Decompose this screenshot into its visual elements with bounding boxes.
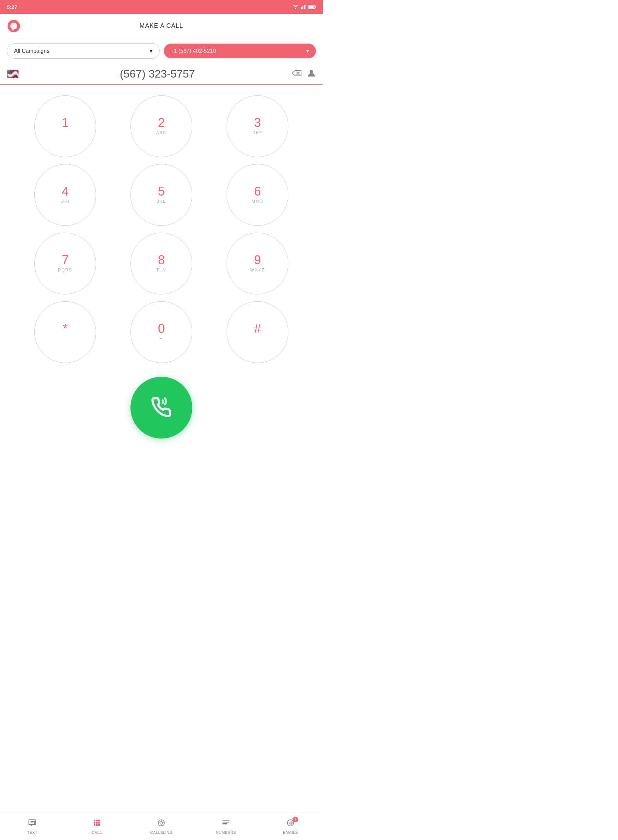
battery-icon [308, 5, 316, 9]
status-time: 5:27 [7, 4, 17, 10]
call-button[interactable] [131, 377, 192, 439]
key-letters-8: TUV [156, 268, 166, 273]
key-5[interactable]: 5 JKL [131, 164, 192, 226]
svg-point-10 [310, 70, 313, 73]
number-label: +1 (567) 402-5210 [171, 48, 216, 54]
contact-button[interactable] [307, 69, 316, 80]
phone-icon [151, 397, 172, 418]
svg-rect-2 [304, 5, 305, 9]
header: MAKE A CALL [0, 14, 323, 39]
key-letters-3: DEF [253, 130, 263, 136]
call-button-row [0, 377, 323, 439]
key-number-0: 0 [158, 323, 165, 335]
key-letters-9: WXYZ [250, 268, 265, 273]
key-letters-5: JKL [157, 199, 166, 204]
key-1[interactable]: 1 [34, 95, 96, 157]
key-number-5: 5 [158, 185, 165, 198]
key-0[interactable]: 0 + [131, 301, 192, 363]
key-3[interactable]: 3 DEF [227, 95, 288, 157]
key-number-*: * [63, 323, 68, 335]
key-6[interactable]: 6 MNO [227, 164, 288, 226]
number-dropdown[interactable]: +1 (567) 402-5210 ▾ [164, 44, 316, 58]
key-2[interactable]: 2 ABC [131, 95, 192, 157]
app-logo [7, 19, 21, 33]
key-9[interactable]: 9 WXYZ [227, 233, 288, 295]
svg-rect-5 [315, 6, 316, 8]
svg-rect-0 [301, 7, 302, 9]
page-title: MAKE A CALL [140, 22, 183, 30]
svg-rect-1 [303, 6, 303, 9]
key-number-#: # [254, 323, 261, 335]
key-7[interactable]: 7 PQRS [34, 233, 96, 295]
phone-number-display: (567) 323-5757 [23, 68, 292, 80]
key-#[interactable]: # [227, 301, 288, 363]
key-4[interactable]: 4 GHI [34, 164, 96, 226]
key-number-4: 4 [62, 185, 69, 198]
number-chevron-icon: ▾ [306, 48, 309, 54]
campaign-chevron-icon: ▾ [150, 48, 152, 54]
campaign-label: All Campaigns [14, 48, 49, 54]
key-number-9: 9 [254, 254, 261, 266]
flag-icon: 🇺🇸 [7, 68, 19, 80]
key-letters-6: MNO [252, 199, 263, 204]
wifi-icon [293, 4, 299, 9]
keypad: 1 2 ABC 3 DEF 4 GHI 5 JKL 6 MNO 7 PQRS 8… [0, 85, 323, 373]
key-letters-0: + [160, 336, 163, 342]
key-8[interactable]: 8 TUV [131, 233, 192, 295]
key-number-6: 6 [254, 185, 261, 198]
status-icons [293, 4, 316, 9]
key-number-3: 3 [254, 117, 261, 129]
dialer-actions [292, 69, 316, 80]
key-letters-2: ABC [156, 130, 167, 136]
signal-icon [301, 4, 306, 9]
status-bar: 5:27 [0, 0, 323, 14]
key-number-7: 7 [62, 254, 69, 266]
campaign-dropdown[interactable]: All Campaigns ▾ [7, 43, 160, 59]
backspace-button[interactable] [292, 69, 302, 79]
controls-row: All Campaigns ▾ +1 (567) 402-5210 ▾ [0, 39, 323, 64]
svg-rect-3 [305, 4, 306, 9]
key-number-8: 8 [158, 254, 165, 266]
key-number-2: 2 [158, 117, 165, 129]
dialer-display: 🇺🇸 (567) 323-5757 [0, 64, 323, 85]
key-letters-4: GHI [61, 199, 70, 204]
key-*[interactable]: * [34, 301, 96, 363]
svg-rect-6 [309, 6, 314, 8]
key-number-1: 1 [62, 117, 69, 129]
key-letters-7: PQRS [58, 268, 73, 273]
